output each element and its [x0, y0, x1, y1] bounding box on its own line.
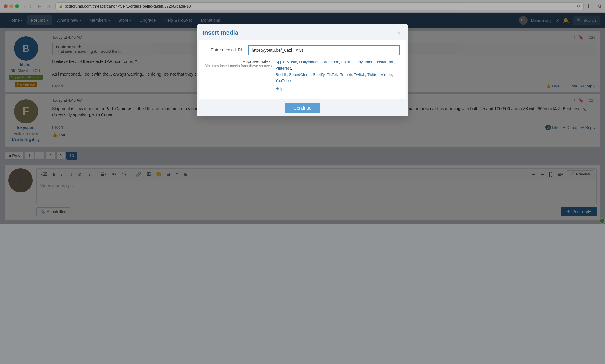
site-youtube[interactable]: YouTube: [275, 78, 291, 83]
modal-approved-row: Approved sites: You may insert media fro…: [205, 59, 400, 91]
site-giphy[interactable]: Giphy: [352, 60, 362, 64]
site-imgur[interactable]: Imgur: [365, 60, 375, 64]
approved-label: Approved sites:: [205, 59, 272, 64]
modal-url-row: Enter media URL:: [205, 45, 400, 55]
url-label: Enter media URL:: [205, 45, 244, 52]
media-url-input[interactable]: [248, 45, 400, 55]
modal-footer: Continue: [197, 99, 408, 116]
site-spotify[interactable]: Spotify: [313, 72, 325, 77]
site-vimeo[interactable]: Vimeo: [381, 72, 392, 77]
site-instagram[interactable]: Instagram: [377, 60, 394, 64]
approved-content: Apple Music, Dailymotion, Facebook, Flic…: [275, 59, 400, 91]
approved-sites-list: Apple Music, Dailymotion, Facebook, Flic…: [275, 59, 400, 84]
site-flickr[interactable]: Flickr: [341, 60, 350, 64]
site-twitter[interactable]: Twitter: [367, 72, 379, 77]
insert-media-modal: Insert media × Enter media URL: Approved…: [197, 24, 408, 116]
site-soundcloud[interactable]: SoundCloud: [289, 72, 311, 77]
modal-close-button[interactable]: ×: [395, 29, 402, 37]
site-facebook[interactable]: Facebook: [322, 60, 339, 64]
modal-header: Insert media ×: [197, 24, 408, 40]
site-tumblr[interactable]: Tumblr: [340, 72, 352, 77]
site-twitch[interactable]: Twitch: [354, 72, 365, 77]
modal-title: Insert media: [203, 29, 238, 36]
site-tiktok[interactable]: TikTok: [327, 72, 338, 77]
modal-overlay: Insert media × Enter media URL: Approved…: [0, 0, 605, 224]
site-dailymotion[interactable]: Dailymotion: [299, 60, 319, 64]
approved-note: You may insert media from these sources: [205, 64, 272, 68]
site-reddit[interactable]: Reddit: [275, 72, 287, 77]
modal-body: Enter media URL: Approved sites: You may…: [199, 40, 406, 99]
help-link[interactable]: Help: [275, 86, 283, 91]
site-pinterest[interactable]: Pinterest: [275, 66, 291, 71]
site-apple-music[interactable]: Apple Music: [275, 60, 297, 64]
continue-button[interactable]: Continue: [285, 103, 320, 113]
